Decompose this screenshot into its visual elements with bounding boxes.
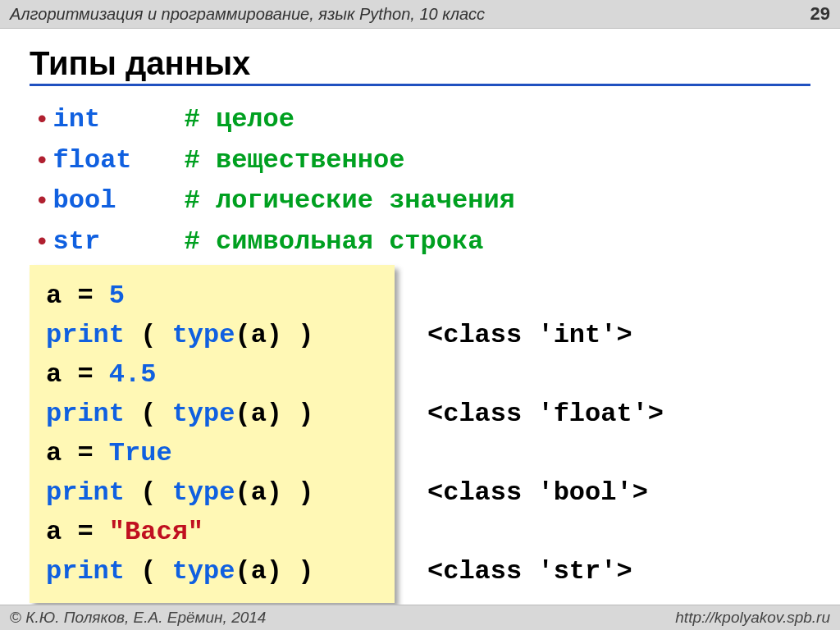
type-row-bool: • bool # логические значения [38,180,810,221]
code-kw: print [46,320,125,350]
code-text: ( [125,320,172,350]
output-line: <class 'int'> [427,316,664,355]
bullet-icon: • [38,180,47,220]
code-kw: type [172,556,235,587]
type-name: float [53,140,185,181]
code-kw: print [46,477,125,508]
output-line: <class 'str'> [427,552,664,591]
code-kw: type [172,477,235,508]
bullet-icon: • [38,221,47,261]
output-line [427,434,664,473]
type-comment: # целое [185,99,294,140]
code-text: ( [125,477,172,508]
code-text: ( [125,399,172,429]
code-output-row: a = 5 print ( type(a) ) a = 4.5 print ( … [30,265,810,603]
code-text: a = [46,281,109,311]
slide-content: Типы данных • int # целое • float # веще… [0,29,840,603]
type-comment: # логические значения [185,180,515,221]
output-line: <class 'float'> [427,395,664,434]
page-number: 29 [810,3,830,25]
type-name: str [53,221,185,262]
output-box: <class 'int'> <class 'float'> <class 'bo… [395,265,664,603]
type-row-str: • str # символьная строка [38,221,810,262]
slide-footer: © К.Ю. Поляков, Е.А. Ерёмин, 2014 http:/… [0,605,840,630]
header-subject: Алгоритмизация и программирование, язык … [10,5,485,24]
bullet-icon: • [38,140,47,180]
code-kw: type [172,399,235,429]
footer-url: http://kpolyakov.spb.ru [675,609,830,627]
code-literal: 5 [109,281,125,311]
code-text: (a) ) [235,399,313,429]
output-line: <class 'bool'> [427,473,664,513]
footer-authors: © К.Ю. Поляков, Е.А. Ерёмин, 2014 [10,609,266,627]
bullet-icon: • [38,99,47,139]
code-string: "Вася" [109,517,203,547]
code-literal: 4.5 [109,359,157,390]
code-text: a = [46,359,109,390]
output-line [427,276,664,316]
type-row-int: • int # целое [38,99,810,140]
slide-header: Алгоритмизация и программирование, язык … [0,0,840,29]
code-text: a = [46,517,109,547]
slide-title: Типы данных [30,45,810,86]
output-line [427,513,664,552]
code-text: (a) ) [235,320,313,350]
copyright-icon: © [10,609,21,626]
type-name: bool [53,180,185,221]
type-name: int [53,99,185,140]
code-text: (a) ) [235,556,313,587]
types-list: • int # целое • float # вещественное • b… [38,99,810,262]
code-kw: print [46,399,125,429]
code-kw: print [46,556,125,587]
output-line [427,355,664,395]
type-comment: # символьная строка [185,221,484,262]
code-literal: True [109,438,172,468]
code-text: a = [46,438,109,468]
code-kw: type [172,320,235,350]
code-text: ( [125,556,172,587]
code-text: (a) ) [235,477,313,508]
type-comment: # вещественное [185,140,405,181]
footer-authors-text: К.Ю. Поляков, Е.А. Ерёмин, 2014 [21,609,266,626]
type-row-float: • float # вещественное [38,140,810,181]
code-box: a = 5 print ( type(a) ) a = 4.5 print ( … [30,265,395,603]
